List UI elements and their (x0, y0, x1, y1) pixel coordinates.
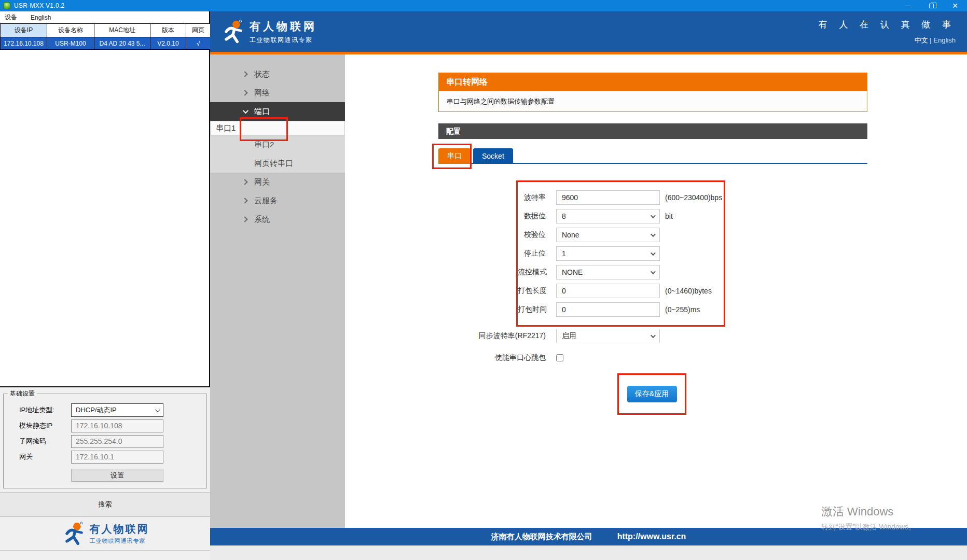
col-header-mac: MAC地址 (94, 24, 150, 37)
lang-en-link[interactable]: English (933, 36, 956, 44)
static-ip-row: 模块静态IP (8, 419, 202, 432)
sidebar-item-web-to-serial[interactable]: 网页转串口 (210, 154, 345, 173)
restore-icon (929, 4, 934, 8)
ip-type-select[interactable]: DHCP/动态IP (71, 403, 163, 417)
pack-length-input[interactable] (556, 284, 660, 298)
menu-device[interactable]: 设备 (5, 13, 17, 22)
serial-form: 波特率 (600~230400)bps 数据位 8 bit (438, 180, 867, 415)
device-manager-panel: 设备 English 设备IP 设备名称 MAC地址 版本 网页 172.16.… (0, 11, 210, 560)
col-header-version: 版本 (150, 24, 186, 37)
chevron-down-icon (651, 333, 656, 338)
window-controls: ✕ (895, 0, 967, 11)
app-menubar: 设备 English (0, 11, 210, 23)
page-description: 串口与网络之间的数据传输参数配置 (438, 91, 867, 112)
minimize-icon (905, 6, 910, 6)
set-button[interactable]: 设置 (71, 469, 163, 482)
rf2217-select[interactable]: 启用 (556, 329, 660, 343)
heartbeat-checkbox[interactable] (556, 354, 563, 361)
chevron-right-icon (242, 198, 247, 203)
page-title: 串口转网络 (438, 73, 867, 91)
tab-socket[interactable]: Socket (473, 148, 513, 164)
col-header-device-name: 设备名称 (47, 24, 94, 37)
chevron-right-icon (242, 179, 247, 185)
chevron-down-icon (651, 269, 656, 274)
static-ip-label: 模块静态IP (8, 421, 71, 430)
sidebar-item-uart1[interactable]: 串口1 (210, 121, 345, 135)
device-row-selected[interactable]: 172.16.10.108 USR-M100 D4 AD 20 43 5... … (1, 37, 211, 50)
close-icon: ✕ (952, 2, 958, 9)
stop-bits-row: 停止位 1 (518, 246, 724, 261)
usr-runner-icon (61, 522, 85, 545)
parity-select[interactable]: None (556, 228, 660, 242)
stop-bits-select[interactable]: 1 (556, 246, 660, 261)
parity-row: 校验位 None (518, 228, 724, 242)
baud-rate-input[interactable] (556, 190, 660, 205)
chevron-right-icon (242, 71, 247, 77)
cell-mac[interactable]: D4 AD 20 43 5... (94, 37, 150, 50)
device-table-header: 设备IP 设备名称 MAC地址 版本 网页 (1, 24, 211, 37)
sidebar-item-uart2[interactable]: 串口2 (210, 135, 345, 154)
cell-web-check[interactable]: √ (186, 37, 211, 50)
brand-name: 有人物联网 (250, 19, 317, 34)
restore-button[interactable] (919, 0, 943, 11)
menu-english[interactable]: English (31, 14, 51, 21)
chevron-down-icon (155, 407, 160, 412)
rf2217-label: 同步波特率(RF2217) (438, 331, 546, 341)
close-button[interactable]: ✕ (943, 0, 967, 11)
usr-logo-footer: 有人物联网 工业物联网通讯专家 (0, 516, 210, 551)
gateway-field (71, 451, 163, 464)
pack-time-input[interactable] (556, 302, 660, 317)
cell-device-name[interactable]: USR-M100 (47, 37, 94, 50)
sidebar-item-label: 系统 (254, 215, 270, 225)
data-bits-hint: bit (665, 212, 673, 220)
parity-label: 校验位 (518, 230, 546, 240)
web-header: 有人物联网 工业物联网通讯专家 有 人 在 认 真 做 事 中文 | Engli… (210, 11, 967, 54)
device-list-empty-area (0, 50, 210, 386)
data-bits-row: 数据位 8 bit (518, 209, 724, 223)
sidebar-item-label: 网页转串口 (254, 159, 293, 169)
heartbeat-label: 使能串口心跳包 (438, 353, 546, 362)
flow-control-label: 流控模式 (518, 268, 546, 277)
device-table: 设备IP 设备名称 MAC地址 版本 网页 172.16.10.108 USR-… (0, 23, 211, 50)
chevron-down-icon (651, 250, 656, 256)
lang-divider: | (930, 36, 931, 44)
stop-bits-value: 1 (562, 249, 566, 258)
search-button[interactable]: 搜索 (0, 493, 210, 516)
cell-version[interactable]: V2.0.10 (150, 37, 186, 50)
footer-url-link[interactable]: http://www.usr.cn (617, 532, 686, 541)
lang-zh-link[interactable]: 中文 (915, 36, 928, 44)
gateway-label: 网关 (8, 452, 71, 461)
web-footer: 济南有人物联网技术有限公司 http://www.usr.cn (210, 528, 967, 545)
data-bits-select[interactable]: 8 (556, 209, 660, 223)
tab-serial[interactable]: 串口 (438, 148, 471, 164)
pack-time-label: 打包时间 (518, 305, 546, 314)
ip-type-value: DHCP/动态IP (76, 405, 117, 415)
cell-device-ip[interactable]: 172.16.10.108 (1, 37, 47, 50)
sidebar-item-port[interactable]: 端口 (210, 102, 345, 121)
sidebar-item-network[interactable]: 网络 (210, 83, 345, 102)
main-content: 串口转网络 串口与网络之间的数据传输参数配置 配置 串口 Socket 波特率 … (345, 54, 967, 528)
sidebar-item-gateway[interactable]: 网关 (210, 173, 345, 191)
sidebar-item-system[interactable]: 系统 (210, 210, 345, 229)
sidebar-item-cloud[interactable]: 云服务 (210, 191, 345, 210)
save-apply-button[interactable]: 保存&应用 (627, 386, 677, 402)
window-titlebar: USR-MXX V1.0.2 ✕ (0, 0, 967, 11)
data-bits-value: 8 (562, 212, 566, 220)
sidebar-item-status[interactable]: 状态 (210, 65, 345, 83)
pack-length-hint: (0~1460)bytes (665, 287, 712, 295)
gateway-row: 网关 (8, 450, 202, 464)
chevron-down-icon (651, 232, 656, 237)
brand-name: 有人物联网 (90, 522, 149, 536)
chevron-down-icon (651, 213, 656, 218)
ip-type-row: IP地址类型: DHCP/动态IP (8, 403, 202, 417)
brand-slogan: 工业物联网通讯专家 (250, 36, 317, 45)
minimize-button[interactable] (895, 0, 919, 11)
footer-company: 济南有人物联网技术有限公司 (491, 532, 592, 542)
section-title: 配置 (438, 123, 867, 139)
sidebar-item-label: 串口1 (216, 123, 236, 133)
baud-rate-label: 波特率 (518, 193, 546, 202)
subnet-row: 子网掩码 (8, 435, 202, 448)
ip-type-label: IP地址类型: (8, 405, 71, 415)
flow-control-select[interactable]: NONE (556, 265, 660, 279)
subnet-field (71, 435, 163, 448)
